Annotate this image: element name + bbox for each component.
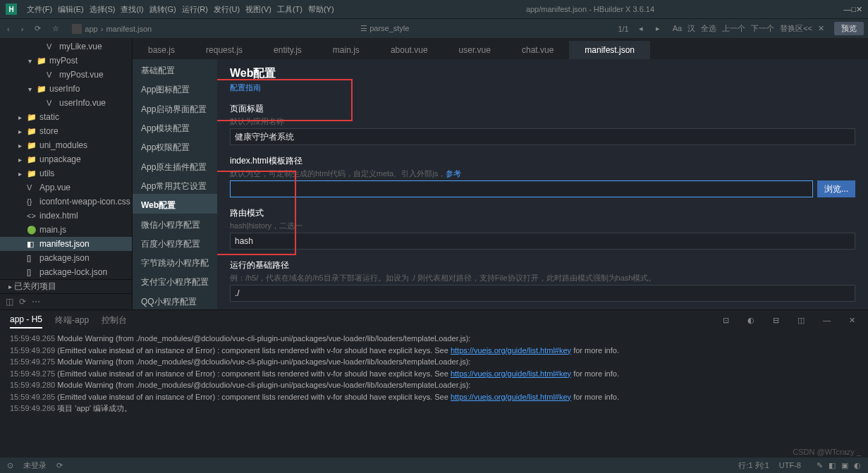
config-nav-item[interactable]: App启动界面配置 (133, 98, 217, 117)
toolbar-item[interactable]: ✕ (815, 23, 827, 34)
tree-item[interactable]: ▾📁myPost (0, 54, 132, 68)
base-input[interactable] (230, 285, 855, 302)
browse-button[interactable]: 浏览... (817, 180, 855, 197)
config-nav-item[interactable]: 微信小程序配置 (133, 214, 217, 233)
menu-item[interactable]: 发行(U) (211, 4, 243, 15)
prev-icon[interactable]: ◂ (636, 23, 646, 35)
breadcrumb-file[interactable]: manifest.json (106, 25, 152, 33)
window-button[interactable]: ✕ (856, 5, 862, 13)
menu-item[interactable]: 工具(T) (274, 4, 305, 15)
tree-item[interactable]: VmyLike.vue (0, 39, 132, 54)
menu-item[interactable]: 帮助(Y) (305, 4, 337, 15)
config-nav-item[interactable]: App模块配置 (133, 117, 217, 136)
tree-item[interactable]: VmyPost.vue (0, 68, 132, 82)
config-nav-item[interactable]: 字节跳动小程序配 (133, 252, 217, 271)
menu-item[interactable]: 跳转(G) (147, 4, 179, 15)
sidebar-foot-icon[interactable]: ⋯ (32, 297, 40, 307)
tree-item[interactable]: {}iconfont-weapp-icon.css (0, 195, 132, 209)
tree-item[interactable]: ▸📁static (0, 110, 132, 124)
config-guide-link[interactable]: 配置指南 (230, 82, 261, 93)
nav-back-icon[interactable]: ‹ (4, 23, 13, 35)
tree-item[interactable]: ▸📁uni_modules (0, 138, 132, 152)
page-title-input[interactable] (230, 128, 855, 145)
menu-item[interactable]: 视图(V) (243, 4, 274, 15)
editor-tab[interactable]: base.js (133, 41, 190, 59)
status-icon[interactable]: ▣ (841, 461, 848, 469)
sync-icon[interactable]: ⟳ (56, 461, 63, 470)
star-icon[interactable]: ☆ (49, 23, 62, 35)
tree-item[interactable]: VApp.vue (0, 180, 132, 195)
editor-tab[interactable]: entity.js (258, 41, 317, 59)
window-button[interactable]: □ (851, 5, 856, 13)
tree-item[interactable]: []package.json (0, 251, 132, 265)
config-nav-item[interactable]: 百度小程序配置 (133, 233, 217, 252)
encoding[interactable]: UTF-8 (779, 461, 801, 469)
config-nav-item[interactable]: 基础配置 (133, 59, 217, 78)
sidebar-foot-icon[interactable]: ◫ (6, 297, 13, 307)
config-nav-item[interactable]: 支付宝小程序配置 (133, 271, 217, 290)
console-tab[interactable]: app - H5 (10, 312, 42, 328)
log-link[interactable]: https://vuejs.org/guide/list.html#key (451, 369, 571, 378)
menu-item[interactable]: 查找(I) (118, 4, 146, 15)
status-icon[interactable]: ◐ (854, 461, 861, 469)
breadcrumb-root[interactable]: app (85, 25, 97, 33)
secondary-tab[interactable]: ☰ parse_style (360, 24, 409, 32)
nav-fwd-icon[interactable]: › (18, 23, 27, 35)
file-icon: {} (27, 197, 37, 206)
status-icon[interactable]: ✎ (817, 461, 823, 469)
config-nav-item[interactable]: App原生插件配置 (133, 156, 217, 175)
status-icon[interactable]: ◧ (829, 461, 836, 469)
editor-tab[interactable]: user.vue (444, 41, 506, 59)
tree-item[interactable]: ▾📁userInfo (0, 82, 132, 96)
menu-item[interactable]: 编辑(E) (55, 4, 87, 15)
editor-tab[interactable]: about.vue (375, 41, 444, 59)
console-icon[interactable]: — (820, 316, 833, 324)
log-link[interactable]: https://vuejs.org/guide/list.html#key (451, 346, 571, 355)
toolbar-item[interactable]: 汉 (685, 23, 698, 34)
menu-item[interactable]: 选择(S) (87, 4, 118, 15)
config-nav-item[interactable]: App权限配置 (133, 136, 217, 155)
tree-item[interactable]: 🟢main.js (0, 223, 132, 237)
tree-item[interactable]: ◧manifest.json (0, 237, 132, 251)
toolbar-item[interactable]: 全选 (698, 23, 719, 34)
menu-item[interactable]: 文件(F) (24, 4, 55, 15)
toolbar-item[interactable]: Aa (670, 23, 685, 34)
console-tab[interactable]: 控制台 (102, 312, 127, 329)
config-nav-item[interactable]: QQ小程序配置 (133, 290, 217, 309)
config-nav-item[interactable]: App图标配置 (133, 78, 217, 97)
sidebar-foot-icon[interactable]: ⟳ (19, 297, 26, 307)
template-ref-link[interactable]: 参考 (446, 169, 461, 178)
tree-item[interactable]: <>index.html (0, 209, 132, 223)
login-status[interactable]: 未登录 (23, 460, 47, 471)
next-icon[interactable]: ▸ (653, 23, 663, 35)
tree-item[interactable]: VuserInfo.vue (0, 96, 132, 110)
window-button[interactable]: — (843, 5, 851, 13)
editor-tab[interactable]: manifest.json (569, 41, 650, 59)
console-tab[interactable]: 终端-app (55, 312, 89, 329)
console-icon[interactable]: ✕ (846, 316, 858, 325)
router-select[interactable]: hash (230, 233, 855, 250)
config-nav-item[interactable]: Web配置 (133, 194, 217, 213)
toolbar-item[interactable]: 替换区<< (777, 23, 815, 34)
console-icon[interactable]: ⊡ (720, 316, 732, 325)
tree-item[interactable]: ▸📁utils (0, 166, 132, 180)
editor-tab[interactable]: request.js (190, 41, 258, 59)
tree-item[interactable]: []package-lock.json (0, 265, 132, 279)
closed-projects[interactable]: ▸ 已关闭项目 (0, 279, 132, 293)
login-icon[interactable]: ⊙ (7, 461, 13, 470)
console-icon[interactable]: ⊟ (770, 316, 782, 325)
log-link[interactable]: https://vuejs.org/guide/list.html#key (451, 393, 571, 401)
editor-tab[interactable]: chat.vue (506, 41, 569, 59)
preview-button[interactable]: 预览 (834, 22, 864, 35)
toolbar-item[interactable]: 上一个 (719, 23, 748, 34)
editor-tab[interactable]: main.js (317, 41, 375, 59)
config-nav-item[interactable]: App常用其它设置 (133, 175, 217, 194)
template-input[interactable] (230, 180, 813, 197)
refresh-icon[interactable]: ⟳ (32, 23, 44, 35)
tree-item[interactable]: ▸📁unpackage (0, 152, 132, 166)
tree-item[interactable]: ▸📁store (0, 124, 132, 138)
console-icon[interactable]: ◫ (795, 316, 807, 325)
menu-item[interactable]: 运行(R) (179, 4, 211, 15)
toolbar-item[interactable]: 下一个 (748, 23, 777, 34)
console-icon[interactable]: ◐ (745, 316, 757, 325)
